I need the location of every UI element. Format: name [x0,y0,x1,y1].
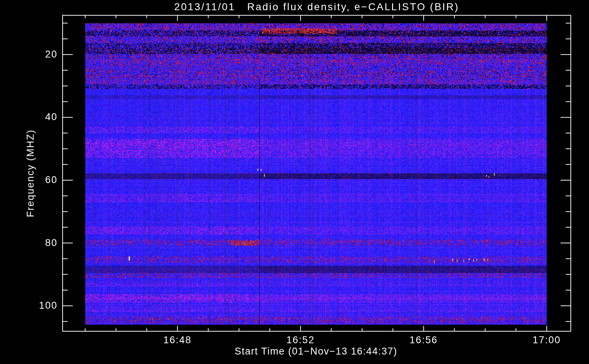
y-tick-label: 80 [21,237,58,249]
x-tick-label: 17:00 [521,335,572,346]
x-tick-label: 16:56 [398,335,449,346]
y-axis-label: Frequency (MHZ) [25,129,36,217]
y-tick-label: 40 [21,111,58,123]
chart-title: 2013/11/01 Radio flux density, e−CALLIST… [63,1,571,13]
x-axis-label: Start Time (01−Nov−13 16:44:37) [116,346,516,357]
callisto-spectrogram-screen: { "chart_data": { "type": "heatmap", "ti… [0,0,589,364]
spectrogram-canvas [0,0,589,364]
y-tick-label: 100 [21,300,58,311]
x-tick-label: 16:52 [275,335,326,346]
x-tick-label: 16:48 [152,335,203,346]
y-tick-label: 20 [21,49,58,60]
y-tick-label: 60 [21,174,58,186]
